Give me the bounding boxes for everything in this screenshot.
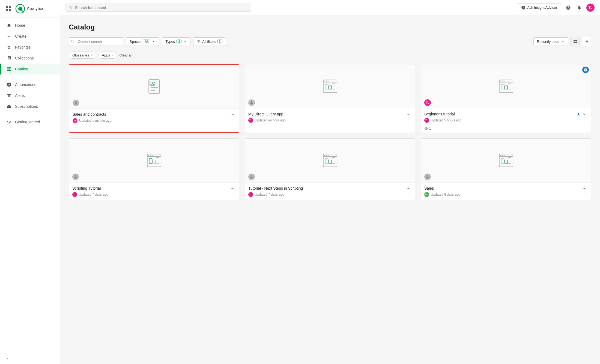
- sidebar-item-create-label: Create: [15, 34, 26, 38]
- card-footer-6: Sales ··· AL Updated 6 days ago: [421, 182, 591, 200]
- sidebar-item-automations[interactable]: Automations: [0, 79, 60, 90]
- card-sales-contracts[interactable]: Sales and contracts ··· TL Updated a min…: [69, 64, 239, 133]
- rocket-icon: [6, 119, 12, 125]
- sidebar-item-favorites[interactable]: Favorites: [0, 42, 60, 53]
- sort-button[interactable]: Recently used: [533, 37, 568, 46]
- card-title-row-2: My Direct Query app ···: [248, 111, 412, 117]
- card-meta-avatar-3: TL: [424, 118, 429, 123]
- card-more-button-3[interactable]: ···: [581, 111, 588, 117]
- card-more-button-6[interactable]: ···: [581, 185, 588, 191]
- grid-view-button[interactable]: [571, 37, 580, 46]
- qlik-logo[interactable]: Analytics: [15, 4, 44, 14]
- card-scripting-tutorial[interactable]: Scripting Tutorial ··· TL Updated 7 days…: [69, 138, 239, 200]
- sidebar-item-home[interactable]: Home: [0, 20, 60, 31]
- card-sales[interactable]: Sales ··· AL Updated 6 days ago: [421, 138, 591, 200]
- svg-rect-51: [501, 159, 504, 163]
- card-title-row-4: Scripting Tutorial ···: [72, 185, 236, 191]
- sidebar-item-collections[interactable]: Collections: [0, 53, 60, 64]
- sidebar-item-collections-label: Collections: [15, 56, 34, 60]
- collapse-sidebar-button[interactable]: [5, 356, 54, 361]
- sidebar-item-create[interactable]: Create: [0, 31, 60, 42]
- card-title-4: Scripting Tutorial: [72, 186, 229, 190]
- global-search-bar[interactable]: [65, 4, 251, 12]
- all-filters-button[interactable]: All filters 2: [193, 37, 226, 46]
- card-title-3: Beginner's tutorial: [424, 112, 577, 116]
- card-my-direct-query[interactable]: My Direct Query app ··· TL Updated an ho…: [245, 64, 415, 133]
- sidebar-item-getting-started-label: Getting started: [15, 120, 40, 124]
- card-meta-text-6: Updated 6 days ago: [431, 193, 460, 196]
- user-avatar[interactable]: TL: [586, 4, 595, 12]
- card-more-button-5[interactable]: ···: [405, 185, 412, 191]
- types-badge: 2: [177, 40, 181, 43]
- content-search-wrap: [69, 37, 123, 46]
- sidebar-nav: Home Create Favorites Collections Catalo…: [0, 18, 60, 353]
- svg-point-25: [502, 80, 503, 82]
- list-view-button[interactable]: [582, 37, 591, 46]
- sidebar-item-automations-label: Automations: [15, 82, 36, 87]
- content-search-input[interactable]: [69, 37, 123, 46]
- sidebar: Analytics Home Create Favorites Colle: [0, 0, 60, 364]
- card-beginners-tutorial[interactable]: TL Beginner's tutorial ★ ··· TL Updated …: [421, 64, 591, 133]
- glossary-icon: [144, 77, 164, 96]
- insight-label: Ask Insight Advisor: [527, 5, 557, 10]
- card-meta-text-4: Updated 7 days ago: [79, 193, 108, 196]
- card-title-6: Sales: [424, 186, 581, 190]
- svg-point-10: [152, 82, 155, 85]
- svg-rect-0: [6, 6, 8, 8]
- card-user-badge: [73, 100, 79, 106]
- grid-menu-icon[interactable]: [4, 4, 13, 13]
- help-icon-button[interactable]: [565, 4, 572, 11]
- spaces-filter-button[interactable]: Spaces All: [126, 37, 159, 46]
- svg-point-18: [328, 80, 329, 82]
- card-more-button-2[interactable]: ···: [405, 111, 412, 117]
- chip-apps-close[interactable]: ×: [111, 53, 114, 57]
- svg-point-41: [326, 155, 327, 156]
- app-icon-5: [496, 151, 516, 170]
- star-filled-icon[interactable]: ★: [577, 112, 580, 117]
- spaces-badge: All: [143, 40, 150, 43]
- card-more-button-4[interactable]: ···: [229, 185, 236, 191]
- notifications-icon-button[interactable]: [575, 4, 583, 11]
- chip-glossaries-close[interactable]: ×: [90, 53, 92, 57]
- sidebar-item-getting-started[interactable]: Getting started: [0, 117, 60, 127]
- svg-point-24: [500, 80, 501, 82]
- chip-glossaries[interactable]: Glossaries ×: [69, 52, 96, 59]
- svg-line-6: [21, 10, 23, 12]
- types-label: Types: [165, 40, 175, 44]
- insight-advisor-button[interactable]: Ask Insight Advisor: [517, 3, 561, 12]
- insight-icon: [521, 5, 526, 10]
- svg-rect-44: [329, 160, 332, 163]
- plus-icon: [6, 34, 12, 39]
- catalog-icon: [6, 66, 12, 72]
- card-meta-6: AL Updated 6 days ago: [424, 192, 588, 197]
- sidebar-item-alerts-label: Alerts: [15, 93, 25, 98]
- main-content: Catalog Spaces All Types 2 All filters 2: [60, 15, 600, 364]
- card-img-area-5: [245, 139, 415, 182]
- subscriptions-icon: [6, 104, 12, 109]
- cards-grid: Sales and contracts ··· TL Updated a min…: [69, 64, 591, 200]
- main-wrapper: Ask Insight Advisor TL Catalog Spaces Al…: [60, 0, 600, 364]
- sidebar-item-catalog[interactable]: Catalog: [0, 64, 60, 74]
- svg-point-26: [504, 80, 505, 82]
- topbar: Ask Insight Advisor TL: [60, 0, 600, 15]
- card-meta-avatar-6: AL: [424, 192, 429, 197]
- types-filter-button[interactable]: Types 2: [162, 37, 190, 46]
- svg-rect-21: [332, 83, 335, 89]
- card-footer-4: Scripting Tutorial ··· TL Updated 7 days…: [69, 182, 239, 200]
- sidebar-item-subscriptions[interactable]: Subscriptions: [0, 101, 60, 112]
- card-user-badge-4: [72, 174, 79, 180]
- chip-apps[interactable]: Apps ×: [98, 52, 117, 59]
- svg-rect-36: [153, 160, 156, 163]
- card-tutorial-next-steps[interactable]: Tutorial - Next Steps in Scripting ··· T…: [245, 138, 415, 200]
- card-more-button[interactable]: ···: [229, 111, 235, 117]
- page-title: Catalog: [69, 23, 591, 31]
- svg-rect-28: [505, 86, 508, 89]
- sidebar-bottom: [0, 353, 60, 364]
- card-meta-text: Updated a minute ago: [79, 119, 111, 123]
- clear-all-button[interactable]: Clear all: [119, 53, 132, 57]
- alerts-icon: [6, 93, 12, 98]
- sidebar-item-alerts[interactable]: Alerts: [0, 90, 60, 101]
- card-meta-2: TL Updated an hour ago: [248, 118, 412, 123]
- card-footer-2: My Direct Query app ··· TL Updated an ho…: [245, 108, 415, 126]
- search-input[interactable]: [75, 5, 247, 10]
